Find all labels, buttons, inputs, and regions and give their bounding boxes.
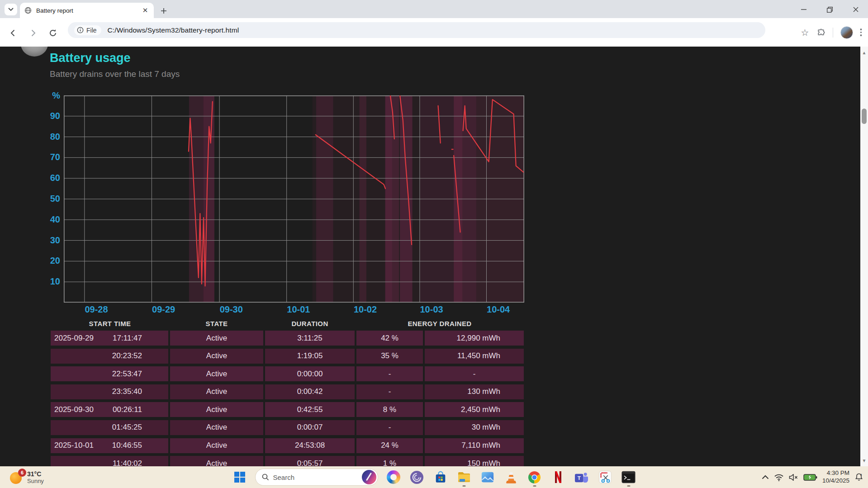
running-indicator	[627, 485, 630, 487]
battery-drain-table: START TIMESTATEDURATIONENERGY DRAINED 20…	[51, 317, 524, 466]
taskbar-clock[interactable]: 4:30 PM 10/4/2025	[822, 469, 849, 485]
profile-avatar[interactable]	[840, 26, 853, 39]
scrollbar-thumb[interactable]	[862, 109, 867, 124]
table-body: 2025-09-2917:11:47Active3:11:2542 %12,99…	[51, 331, 524, 466]
netflix-taskbar-icon[interactable]	[550, 466, 566, 488]
taskbar-search-box[interactable]: Search	[255, 469, 378, 486]
microsoft-store-taskbar-icon[interactable]	[432, 466, 449, 488]
cell-energy-percent: 1 %	[356, 456, 423, 466]
toolbar-divider	[833, 28, 833, 38]
battery-report-page: Battery usage Battery drains over the la…	[0, 47, 860, 466]
page-scrollbar[interactable]: ▲ ▼	[860, 47, 868, 466]
back-button[interactable]	[6, 26, 20, 40]
cell-energy-percent: -	[356, 366, 423, 381]
url-scheme-label: File	[86, 27, 97, 34]
bittorrent-taskbar-icon[interactable]	[409, 466, 425, 488]
file-explorer-taskbar-icon[interactable]	[456, 466, 472, 488]
window-restore-button[interactable]	[822, 4, 837, 15]
y-tick-label: 70	[27, 152, 60, 162]
battery-usage-chart	[64, 95, 524, 303]
cell-start-time: 2025-10-0110:46:55	[51, 438, 168, 453]
start-button[interactable]	[232, 469, 248, 485]
cell-energy-percent: -	[356, 384, 423, 399]
cell-duration: 24:53:08	[265, 438, 355, 453]
cell-duration: 1:19:05	[265, 349, 355, 364]
chrome-taskbar-icon[interactable]	[526, 466, 543, 488]
address-bar[interactable]: File C:/Windows/System32/battery-report.…	[68, 22, 765, 38]
x-tick-label: 10-01	[278, 304, 319, 315]
new-tab-button[interactable]	[158, 5, 169, 16]
bookmark-star-icon[interactable]: ☆	[801, 27, 809, 38]
browser-toolbar: File C:/Windows/System32/battery-report.…	[0, 18, 868, 47]
cell-start-time: 22:53:47	[51, 366, 168, 381]
notification-bell-dnd-icon[interactable]: z	[854, 473, 863, 482]
wifi-icon[interactable]	[774, 474, 784, 481]
terminal-icon	[621, 470, 636, 484]
cell-state: Active	[170, 438, 263, 453]
y-tick-label: 60	[27, 173, 60, 183]
table-header-duration: DURATION	[291, 320, 328, 327]
tray-chevron-up-icon[interactable]	[762, 475, 769, 479]
y-tick-label: 20	[27, 256, 60, 266]
desktop-screen: Battery report ✕	[0, 0, 868, 488]
cell-state: Active	[170, 331, 263, 346]
volume-muted-icon[interactable]	[789, 474, 798, 481]
table-row: 20:23:52Active1:19:0535 %11,450 mWh	[51, 349, 524, 364]
scroll-up-icon[interactable]: ▲	[860, 47, 868, 58]
cell-duration: 0:42:55	[265, 402, 355, 417]
cell-energy-mwh: 12,990 mWh	[425, 331, 524, 346]
cell-state: Active	[170, 384, 263, 399]
tab-search-button[interactable]	[5, 4, 17, 15]
teams-taskbar-icon[interactable]: T	[574, 466, 590, 488]
cell-duration: 0:00:07	[265, 420, 355, 435]
weather-condition: Sunny	[27, 478, 44, 484]
x-tick-label: 09-28	[76, 304, 117, 315]
cell-state: Active	[170, 420, 263, 435]
search-placeholder: Search	[273, 474, 362, 481]
browser-tab-battery-report[interactable]: Battery report ✕	[20, 3, 154, 18]
extensions-icon[interactable]	[816, 28, 825, 37]
system-tray: 4:30 PM 10/4/2025 z	[762, 466, 863, 488]
taskbar-center-group: Search T	[232, 466, 637, 488]
table-row: 11:40:02Active0:05:571 %150 mWh	[51, 456, 524, 466]
cell-duration: 3:11:25	[265, 331, 355, 346]
sun-icon: 6	[10, 470, 24, 484]
snipping-tool-icon	[598, 470, 612, 484]
cell-energy-percent: 24 %	[356, 438, 423, 453]
terminal-taskbar-icon[interactable]	[621, 466, 637, 488]
window-minimize-button[interactable]	[796, 4, 811, 15]
reload-button[interactable]	[46, 26, 60, 40]
search-highlight-image[interactable]	[362, 470, 376, 484]
clock-time: 4:30 PM	[822, 469, 849, 477]
copilot-taskbar-icon[interactable]	[385, 466, 402, 488]
cell-start-time: 20:23:52	[51, 349, 168, 364]
cell-start-time: 23:35:40	[51, 384, 168, 399]
scroll-down-icon[interactable]: ▼	[860, 455, 868, 466]
cell-energy-percent: 8 %	[356, 402, 423, 417]
cell-energy-percent: 42 %	[356, 331, 423, 346]
cell-start-time: 01:45:25	[51, 420, 168, 435]
forward-button[interactable]	[26, 26, 40, 40]
battery-charging-icon[interactable]	[803, 474, 817, 481]
weather-temp: 31°C	[27, 470, 44, 478]
site-info-chip[interactable]: File	[74, 25, 101, 35]
y-tick-label: 50	[27, 194, 60, 204]
snipping-tool-taskbar-icon[interactable]	[597, 466, 613, 488]
url-text[interactable]: C:/Windows/System32/battery-report.html	[108, 26, 239, 34]
cell-energy-mwh: -	[425, 366, 524, 381]
table-header-start-time: START TIME	[89, 320, 131, 327]
weather-widget[interactable]: 6 31°C Sunny	[7, 466, 44, 488]
browser-menu-icon[interactable]	[860, 28, 862, 36]
table-header-energy-drained: ENERGY DRAINED	[408, 320, 471, 327]
tab-title: Battery report	[36, 7, 141, 14]
vlc-taskbar-icon[interactable]	[503, 466, 519, 488]
cell-state: Active	[170, 456, 263, 466]
info-icon	[77, 27, 84, 33]
search-icon	[262, 474, 269, 481]
x-tick-label: 10-04	[478, 304, 519, 315]
window-close-button[interactable]	[848, 4, 863, 15]
tab-close-icon[interactable]: ✕	[141, 6, 149, 14]
pinned-apps: T	[385, 466, 637, 488]
photos-taskbar-icon[interactable]	[479, 466, 496, 488]
running-indicator	[533, 485, 536, 487]
